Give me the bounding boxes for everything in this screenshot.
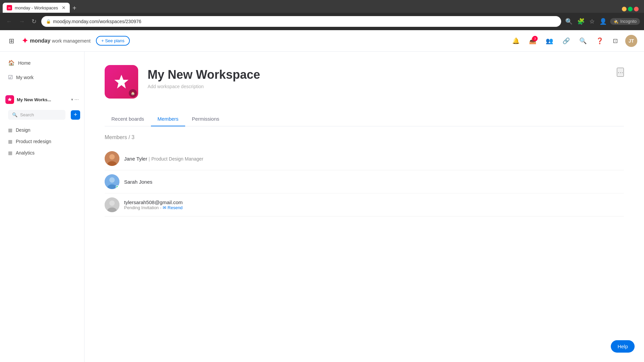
member-row-sarah: Sarah Jones xyxy=(105,170,624,193)
sidebar-board-product-redesign[interactable]: ▦ Product redesign xyxy=(3,136,82,147)
member-avatar-sarah xyxy=(105,174,119,189)
brand-sub: work management xyxy=(52,38,91,44)
workspace-tabs: Recent boards Members Permissions xyxy=(105,112,624,126)
sidebar-item-home[interactable]: 🏠 Home xyxy=(3,56,82,69)
minimize-button[interactable] xyxy=(622,7,627,11)
workspace-content: 🏠 My New Workspace Add workspace descrip… xyxy=(85,52,644,362)
workspace-more-icon[interactable]: ··· xyxy=(74,97,79,103)
member-avatar-pending xyxy=(105,197,119,212)
notification-bell-button[interactable]: 🔔 xyxy=(510,35,522,47)
workspace-description[interactable]: Add workspace description xyxy=(148,84,617,89)
sidebar-board-design[interactable]: ▦ Design xyxy=(3,125,82,135)
workspace-logo: 🏠 xyxy=(105,65,138,99)
address-bar[interactable]: 🔒 moodjoy.monday.com/workspaces/230976 xyxy=(41,16,561,27)
member-row-pending: tylersarah508@gmail.com Pending Invitati… xyxy=(105,193,624,217)
svg-text:m: m xyxy=(8,6,10,9)
window-controls xyxy=(619,5,641,13)
profile-icon-btn[interactable]: 👤 xyxy=(598,16,608,26)
board-analytics-label: Analytics xyxy=(16,150,35,156)
active-tab[interactable]: m monday - Workspaces ✕ xyxy=(3,3,70,13)
brand-icon: ✦ xyxy=(22,37,28,45)
workspace-options-button[interactable]: ··· xyxy=(617,68,624,77)
toolbar-icons: 🔍 🧩 ☆ 👤 🕵️ Incognito xyxy=(564,16,640,26)
sidebar-item-my-work[interactable]: ☑ My work xyxy=(3,71,82,84)
online-indicator-sarah xyxy=(116,185,119,189)
inbox-badge: 3 xyxy=(532,36,538,41)
workspace-header-section: 🏠 My New Workspace Add workspace descrip… xyxy=(105,65,624,99)
member-info-jane: Jane Tyler | Product Design Manager xyxy=(124,156,624,162)
incognito-indicator: 🕵️ Incognito xyxy=(610,18,640,25)
help-nav-button[interactable]: ❓ xyxy=(594,35,605,47)
sidebar: 🏠 Home ☑ My work My New Works... ▾ ··· 🔍 xyxy=(0,52,85,362)
people-button[interactable]: 👥 xyxy=(544,35,555,47)
tab-permissions[interactable]: Permissions xyxy=(185,112,226,126)
grid-apps-button[interactable]: ⊞ xyxy=(7,36,16,46)
board-icon-product-redesign: ▦ xyxy=(8,139,12,144)
my-work-icon: ☑ xyxy=(8,74,13,80)
member-role-jane: Product Design Manager xyxy=(151,156,203,162)
add-board-button[interactable]: + xyxy=(71,110,80,120)
member-info-sarah: Sarah Jones xyxy=(124,179,624,185)
browser-tabs: m monday - Workspaces ✕ + xyxy=(0,0,644,13)
board-icon-design: ▦ xyxy=(8,127,12,133)
lock-icon: 🔒 xyxy=(46,19,51,24)
browser-chrome: m monday - Workspaces ✕ + ← → ↻ 🔒 moodjo… xyxy=(0,0,644,30)
my-work-label: My work xyxy=(16,75,34,80)
bookmark-icon-btn[interactable]: ☆ xyxy=(588,16,596,26)
pending-invitation-text: Pending Invitation - ✉ Resend xyxy=(124,205,624,210)
members-count-header: Members / 3 xyxy=(105,134,624,140)
tab-favicon: m xyxy=(7,5,12,10)
home-icon: 🏠 xyxy=(8,60,15,66)
member-name-sarah: Sarah Jones xyxy=(124,179,624,185)
incognito-icon: 🕵️ xyxy=(613,19,619,24)
extensions-icon-btn[interactable]: 🧩 xyxy=(576,16,586,26)
browser-toolbar: ← → ↻ 🔒 moodjoy.monday.com/workspaces/23… xyxy=(0,13,644,30)
members-separator: / xyxy=(128,134,131,140)
close-button[interactable] xyxy=(634,7,639,11)
refresh-button[interactable]: ↻ xyxy=(30,16,39,26)
board-design-label: Design xyxy=(16,127,31,133)
tab-title: monday - Workspaces xyxy=(15,5,59,10)
member-name-jane: Jane Tyler | Product Design Manager xyxy=(124,156,624,162)
brand-name: monday work management xyxy=(30,38,91,44)
members-label: Members xyxy=(105,134,127,140)
workspace-logo-edit-icon[interactable]: 🏠 xyxy=(129,89,137,97)
back-button[interactable]: ← xyxy=(4,17,14,26)
resend-invitation-link[interactable]: ✉ Resend xyxy=(163,205,182,210)
integrations-button[interactable]: 🔗 xyxy=(560,35,572,47)
workspace-title: My New Workspace xyxy=(148,68,617,82)
inbox-button[interactable]: 📥 3 xyxy=(527,35,538,47)
app-layout: ⊞ ✦ monday work management + See plans 🔔… xyxy=(0,30,644,362)
svg-point-9 xyxy=(109,200,115,206)
workspace-icon xyxy=(5,95,14,104)
sidebar-board-analytics[interactable]: ▦ Analytics xyxy=(3,147,82,158)
workspace-title-section: My New Workspace Add workspace descripti… xyxy=(148,65,617,89)
see-plans-button[interactable]: + See plans xyxy=(96,36,130,46)
tab-members[interactable]: Members xyxy=(151,112,185,126)
member-avatar-jane xyxy=(105,151,119,166)
user-avatar[interactable]: JT xyxy=(625,35,637,47)
tab-close-btn[interactable]: ✕ xyxy=(62,5,66,10)
search-nav-button[interactable]: 🔍 xyxy=(577,35,589,47)
workspace-header: My New Works... ▾ ··· xyxy=(1,93,83,107)
svg-point-3 xyxy=(109,154,115,160)
search-placeholder: Search xyxy=(20,112,34,117)
top-navbar: ⊞ ✦ monday work management + See plans 🔔… xyxy=(0,30,644,52)
board-icon-analytics: ▦ xyxy=(8,150,12,156)
tab-recent-boards[interactable]: Recent boards xyxy=(105,112,151,126)
members-count: 3 xyxy=(131,134,135,140)
apps-button[interactable]: ⊡ xyxy=(611,35,620,47)
forward-button[interactable]: → xyxy=(17,17,27,26)
member-info-pending: tylersarah508@gmail.com Pending Invitati… xyxy=(124,199,624,210)
search-icon: 🔍 xyxy=(12,112,17,117)
maximize-button[interactable] xyxy=(628,7,633,11)
member-email-pending: tylersarah508@gmail.com xyxy=(124,199,624,205)
main-content: 🏠 Home ☑ My work My New Works... ▾ ··· 🔍 xyxy=(0,52,644,362)
search-icon-btn[interactable]: 🔍 xyxy=(564,16,574,26)
help-button[interactable]: Help xyxy=(611,340,635,353)
sidebar-search-box[interactable]: 🔍 Search xyxy=(8,110,65,120)
incognito-label: Incognito xyxy=(620,19,637,24)
new-tab-button[interactable]: + xyxy=(70,4,79,12)
url-text: moodjoy.monday.com/workspaces/230976 xyxy=(53,19,141,24)
workspace-chevron-icon[interactable]: ▾ xyxy=(71,97,73,102)
